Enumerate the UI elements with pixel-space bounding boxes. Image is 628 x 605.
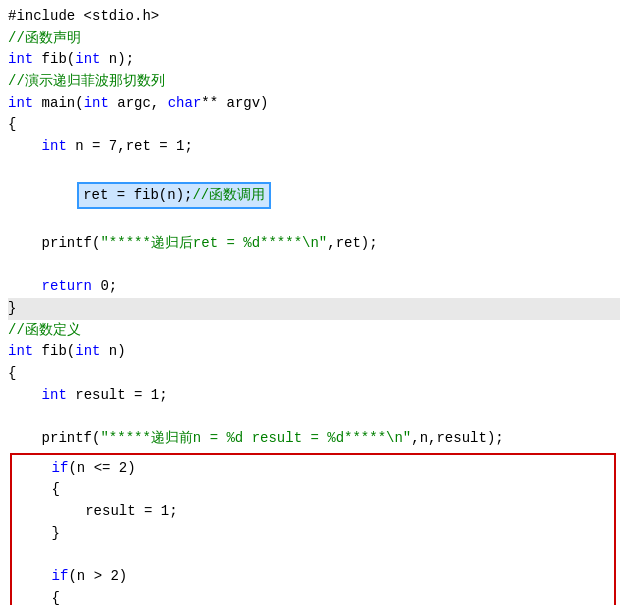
code-line-15: { <box>8 363 620 385</box>
code-line-4: //演示递归菲波那切数列 <box>8 71 620 93</box>
code-line-blank2 <box>8 406 620 428</box>
function-call-highlight: ret = fib(n);//函数调用 <box>77 182 271 210</box>
code-line-12: } <box>8 298 620 320</box>
code-line-6: { <box>8 114 620 136</box>
code-line-11: return 0; <box>8 276 620 298</box>
code-line-22: } <box>18 523 608 545</box>
code-line-2: //函数声明 <box>8 28 620 50</box>
code-line-3: int fib(int n); <box>8 49 620 71</box>
code-line-16: int result = 1; <box>8 385 620 407</box>
code-line-8: ret = fib(n);//函数调用 <box>8 160 620 231</box>
code-line-19: if(n <= 2) <box>18 458 608 480</box>
code-line-21: result = 1; <box>18 501 608 523</box>
code-line-7: int n = 7,ret = 1; <box>8 136 620 158</box>
code-line-20: { <box>18 479 608 501</box>
code-line-13: //函数定义 <box>8 320 620 342</box>
code-line-1: #include <stdio.h> <box>8 6 620 28</box>
code-line-5: int main(int argc, char** argv) <box>8 93 620 115</box>
code-line-blank1 <box>8 255 620 277</box>
code-line-9: printf("*****递归后ret = %d*****\n",ret); <box>8 233 620 255</box>
code-editor: #include <stdio.h> //函数声明 int fib(int n)… <box>0 0 628 605</box>
code-line-25: { <box>18 588 608 605</box>
red-box-section: if(n <= 2) { result = 1; } if(n > 2) { r… <box>10 453 616 605</box>
code-line-24: if(n > 2) <box>18 566 608 588</box>
code-line-blank3 <box>18 545 608 567</box>
code-line-14: int fib(int n) <box>8 341 620 363</box>
code-line-18: printf("*****递归前n = %d result = %d*****\… <box>8 428 620 450</box>
